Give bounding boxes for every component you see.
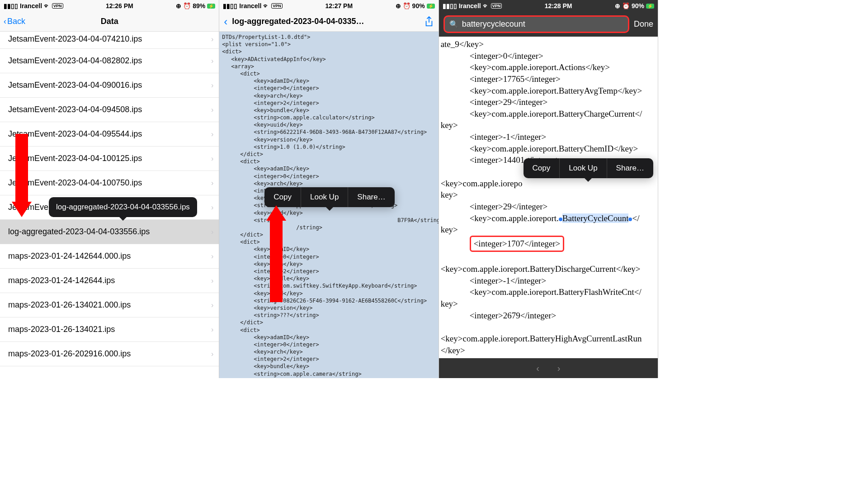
context-menu: CopyLook UpShare… [264,187,394,207]
file-name: JetsamEvent-2023-04-04-082802.ips [8,56,142,66]
vpn-badge: VPN [271,3,283,9]
battery-percent: 90% [632,2,644,9]
location-icon: ⊕ [396,2,401,9]
menu-item[interactable]: Copy [264,187,301,207]
clock: 12:27 PM [325,2,353,9]
file-name: maps-2023-01-26-134021.ips [8,325,115,334]
chevron-right-icon: › [211,252,213,260]
search-nav: ‹ › [439,358,658,378]
file-content[interactable]: ate_9</key><integer>0</integer><key>com.… [439,37,658,358]
nav-bar: ‹ Back Data [0,12,219,32]
signal-icon: ▮▮▯▯ [443,2,457,9]
alarm-icon: ⏰ [622,2,630,9]
chevron-right-icon: › [211,106,213,114]
highlighted-value: <integer>1707</integer> [470,236,565,252]
carrier-label: Irancell [239,2,261,9]
page-title: Data [101,17,118,26]
share-icon[interactable] [424,16,434,28]
file-name: JetsamEvent-2023-04-04-074210.ips [8,34,142,44]
file-row[interactable]: JetsamEvent-2023-04-04-090016.ips› [0,73,219,98]
file-name: maps-2023-01-24-142644.ips [8,276,115,285]
chevron-right-icon: › [211,130,213,138]
location-icon: ⊕ [176,2,181,9]
next-result-button[interactable]: › [557,363,561,374]
file-name: maps-2023-01-26-202916.000.ips [8,349,131,359]
menu-item[interactable]: Share… [348,187,394,207]
prev-result-button[interactable]: ‹ [536,363,539,374]
battery-percent: 89% [193,2,205,9]
file-row[interactable]: log-aggregated-2023-04-04-033556.ips› [0,220,219,244]
menu-item[interactable]: Look Up [301,187,348,207]
alarm-icon: ⏰ [183,2,191,9]
signal-icon: ▮▮▯▯ [4,2,18,9]
chevron-right-icon: › [211,277,213,285]
annotation-arrow-down [12,134,32,217]
wifi-icon: ᯤ [263,2,269,9]
chevron-right-icon: › [211,81,213,90]
done-button[interactable]: Done [634,19,653,29]
file-name: maps-2023-01-24-142644.000.ips [8,251,131,261]
clock: 12:26 PM [106,2,133,9]
file-row[interactable]: JetsamEvent-2023-04-04-095544.ips› [0,122,219,147]
search-icon: 🔍 [449,20,458,28]
file-name: JetsamEvent-2023-04-04-090016.ips [8,81,142,90]
battery-icon: ⚡ [207,4,215,9]
wifi-icon: ᯤ [44,2,50,9]
chevron-right-icon: › [211,204,213,212]
vpn-badge: VPN [491,3,502,9]
file-name: log-aggregated-2023-04-04-033556.ips [8,227,150,237]
file-name: maps-2023-01-26-134021.000.ips [8,300,131,310]
annotation-arrow-up [266,205,286,302]
carrier-label: Irancell [20,2,42,9]
signal-icon: ▮▮▯▯ [223,2,237,9]
chevron-right-icon: › [211,326,213,334]
menu-item[interactable]: Look Up [560,158,607,178]
status-bar: ▮▮▯▯ Irancell ᯤ VPN 12:26 PM ⊕ ⏰ 89% ⚡ [0,0,219,12]
file-tooltip: log-aggregated-2023-04-04-033556.ips [49,197,197,217]
battery-icon: ⚡ [427,4,435,9]
wifi-icon: ᯤ [483,2,489,9]
location-icon: ⊕ [615,2,620,9]
battery-icon: ⚡ [646,4,654,9]
chevron-right-icon: › [211,179,213,187]
alarm-icon: ⏰ [403,2,410,9]
selected-text: BatteryCycleCount [562,213,629,223]
search-input[interactable]: 🔍 batterycyclecount [443,15,629,33]
context-menu: CopyLook UpShare… [524,158,653,178]
battery-percent: 90% [412,2,425,9]
clock: 12:28 PM [545,2,572,9]
chevron-right-icon: › [211,228,213,236]
file-row[interactable]: JetsamEvent-2023-04-04-100125.ips› [0,147,219,171]
chevron-right-icon: › [211,350,213,358]
file-row[interactable]: maps-2023-01-24-142644.ips› [0,269,219,293]
file-row[interactable]: JetsamEvent-2023-04-04-074210.ips› [0,32,219,49]
chevron-right-icon: › [211,35,213,43]
search-bar: 🔍 batterycyclecount Done [439,12,658,37]
file-name: JetsamEvent-2023-04-04-094508.ips [8,105,142,114]
chevron-right-icon: › [211,57,213,65]
file-row[interactable]: maps-2023-01-26-134021.000.ips› [0,293,219,317]
vpn-badge: VPN [52,3,63,9]
page-title: log-aggregated-2023-04-04-0335… [232,17,419,26]
carrier-label: Irancell [459,2,481,9]
search-value: batterycyclecount [462,19,525,29]
back-label: Back [7,17,25,26]
back-button[interactable]: ‹ [224,15,227,28]
back-button[interactable]: ‹ Back [4,17,25,26]
file-row[interactable]: maps-2023-01-24-142644.000.ips› [0,244,219,269]
file-row[interactable]: JetsamEvent-2023-04-04-082802.ips› [0,49,219,73]
file-row[interactable]: JetsamEvent-2023-04-04-094508.ips› [0,98,219,122]
status-bar: ▮▮▯▯ Irancell ᯤ VPN 12:28 PM ⊕ ⏰ 90% ⚡ [439,0,658,12]
status-bar: ▮▮▯▯ Irancell ᯤ VPN 12:27 PM ⊕ ⏰ 90% ⚡ [219,0,438,12]
chevron-right-icon: › [211,301,213,309]
file-row[interactable]: maps-2023-01-26-202916.000.ips› [0,342,219,366]
menu-item[interactable]: Share… [607,158,653,178]
chevron-right-icon: › [211,155,213,163]
nav-bar: ‹ log-aggregated-2023-04-04-0335… [219,12,438,32]
chevron-left-icon: ‹ [4,17,6,26]
file-row[interactable]: maps-2023-01-26-134021.ips› [0,317,219,342]
menu-item[interactable]: Copy [524,158,560,178]
file-row[interactable]: JetsamEvent-2023-04-04-100750.ips› [0,171,219,195]
